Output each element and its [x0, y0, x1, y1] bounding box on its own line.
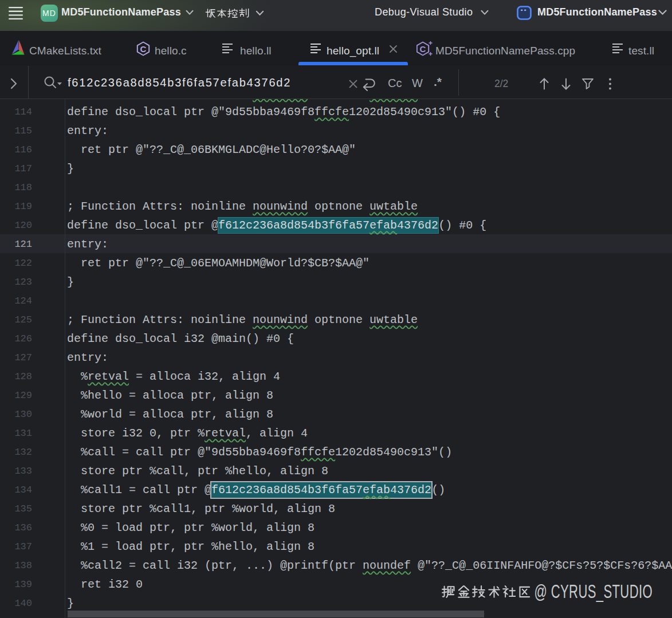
- svg-text:C: C: [420, 44, 426, 54]
- svg-text:C: C: [140, 44, 147, 54]
